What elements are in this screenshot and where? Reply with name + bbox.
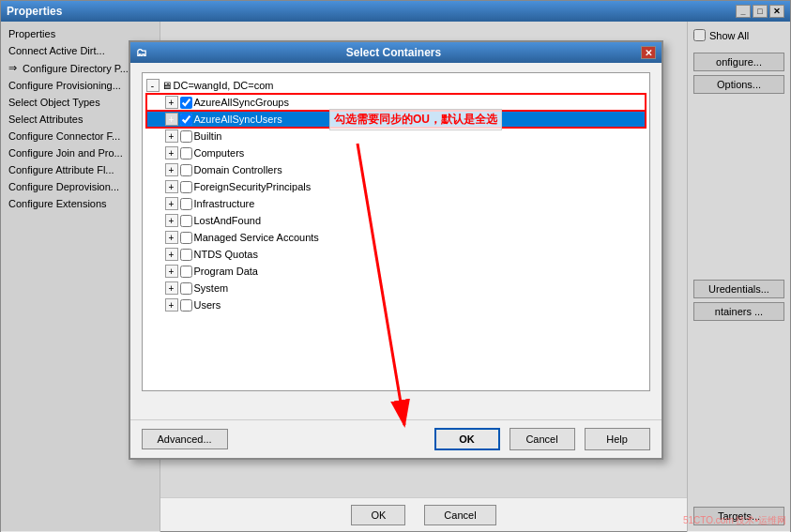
tree-item-builtin[interactable]: + Builtin [146,128,646,144]
system-expander[interactable]: + [165,281,178,295]
tree-item-azure-sync-users[interactable]: + AzureAllSyncUsers [146,111,646,128]
builtin-checkbox[interactable] [180,130,192,143]
dialog-footer: Advanced... OK Cancel Help [130,419,662,458]
users-expander[interactable]: + [165,298,178,312]
program-data-label: Program Data [194,266,258,277]
builtin-expander[interactable]: + [165,129,178,143]
tree-item-users[interactable]: + Users [146,296,646,313]
tree-item-ntds-quotas[interactable]: + NTDS Quotas [146,246,646,263]
lost-found-label: LostAndFound [194,215,262,226]
computers-expander[interactable]: + [165,146,178,160]
users-label: Users [194,299,221,311]
dialog-title: Select Containers [346,46,441,59]
tree-item-lost-found[interactable]: + LostAndFound [146,212,646,229]
azure-sync-groups-checkbox[interactable] [180,97,192,109]
dialog-body: - 🖥 DC=wangId, DC=com + AzureAllSyncGrou… [130,63,662,419]
ntds-quotas-checkbox[interactable] [180,249,192,261]
infrastructure-checkbox[interactable] [180,198,192,210]
tree-view[interactable]: - 🖥 DC=wangId, DC=com + AzureAllSyncGrou… [142,72,650,391]
infrastructure-label: Infrastructure [194,198,255,209]
bottom-bar: OK Cancel [160,497,687,531]
system-checkbox[interactable] [180,282,192,295]
ntds-quotas-label: NTDS Quotas [194,249,258,260]
tree-item-managed-service[interactable]: + Managed Service Accounts [146,229,646,246]
managed-service-expander[interactable]: + [165,231,178,244]
maximize-button[interactable]: □ [753,5,768,18]
main-titlebar: Properties _ □ ✕ [1,1,790,22]
program-data-expander[interactable]: + [165,265,178,278]
ntds-quotas-expander[interactable]: + [165,248,178,261]
minimize-button[interactable]: _ [736,5,751,18]
dialog-close-button[interactable]: ✕ [641,46,656,59]
tree-item-program-data[interactable]: + Program Data [146,263,646,280]
advanced-button[interactable]: Advanced... [142,429,228,449]
computers-label: Computers [194,147,245,159]
main-title: Properties [7,5,62,18]
computers-checkbox[interactable] [180,147,192,160]
infrastructure-expander[interactable]: + [165,197,178,210]
lost-found-expander[interactable]: + [165,214,178,227]
select-containers-dialog: 🗂 Select Containers ✕ - 🖥 DC=wangId, DC=… [129,40,663,460]
root-label: DC=wangId, DC=com [174,80,274,91]
tree-item-system[interactable]: + System [146,280,646,296]
tree-item-computers[interactable]: + Computers [146,144,646,161]
foreign-security-expander[interactable]: + [165,180,178,193]
domain-controllers-expander[interactable]: + [165,163,178,176]
tree-item-infrastructure[interactable]: + Infrastructure [146,195,646,212]
builtin-label: Builtin [194,130,222,142]
managed-service-checkbox[interactable] [180,232,192,244]
managed-service-label: Managed Service Accounts [194,232,319,243]
dialog-title-icon: 🗂 [136,46,147,59]
titlebar-buttons: _ □ ✕ [736,5,784,18]
close-button[interactable]: ✕ [769,5,784,18]
azure-sync-users-expander[interactable]: + [165,113,178,126]
tree-item-azure-sync-groups[interactable]: + AzureAllSyncGroups [146,94,646,111]
tree-item-domain-controllers[interactable]: + Domain Controllers [146,161,646,178]
ok-button[interactable]: OK [434,428,500,450]
azure-sync-users-checkbox[interactable] [180,114,192,126]
azure-sync-users-label: AzureAllSyncUsers [194,114,282,125]
foreign-security-checkbox[interactable] [180,181,192,193]
root-icon: 🖥 [161,80,172,91]
azure-sync-groups-label: AzureAllSyncGroups [194,97,290,108]
root-expander[interactable]: - [146,79,160,92]
main-window: Properties _ □ ✕ Properties Connect Acti… [0,0,791,532]
domain-controllers-checkbox[interactable] [180,164,192,176]
system-label: System [194,282,229,294]
domain-controllers-label: Domain Controllers [194,164,282,175]
help-button[interactable]: Help [585,428,650,450]
dialog-overlay: 🗂 Select Containers ✕ - 🖥 DC=wangId, DC=… [1,22,790,531]
azure-sync-groups-expander[interactable]: + [165,96,178,109]
watermark: 51CTO.com 技术•运维网 [683,514,786,527]
main-cancel-button[interactable]: Cancel [424,505,495,525]
main-ok-button[interactable]: OK [351,505,405,525]
tree-root[interactable]: - 🖥 DC=wangId, DC=com [146,77,646,94]
dialog-titlebar: 🗂 Select Containers ✕ [130,42,662,63]
users-checkbox[interactable] [180,299,192,312]
cancel-button[interactable]: Cancel [510,428,575,450]
program-data-checkbox[interactable] [180,266,192,278]
tree-item-foreign-security[interactable]: + ForeignSecurityPrincipals [146,178,646,195]
lost-found-checkbox[interactable] [180,215,192,227]
foreign-security-label: ForeignSecurityPrincipals [194,181,312,192]
